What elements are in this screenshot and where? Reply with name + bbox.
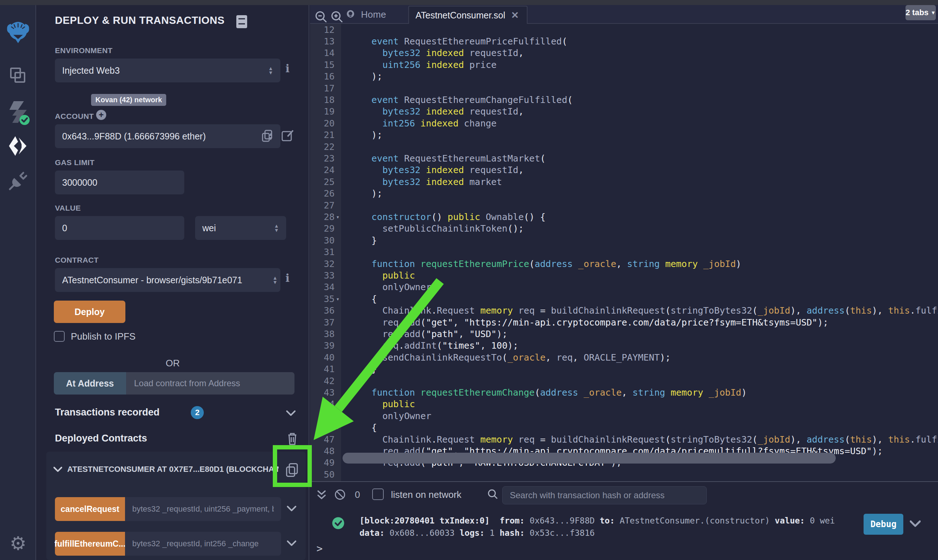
deployed-contracts-label: Deployed Contracts — [55, 433, 147, 444]
add-account-icon[interactable]: + — [96, 110, 106, 120]
tab-label: ATestnetConsumer.sol — [415, 10, 505, 21]
zoom-out-icon[interactable] — [314, 10, 328, 24]
line-number: 35 — [310, 293, 335, 305]
deployed-contract-header[interactable]: ATESTNETCONSUMER AT 0X7E7...E80D1 (BLOCK… — [67, 465, 278, 474]
line-number: 13 — [310, 35, 335, 47]
line-number: 30 — [310, 234, 335, 246]
settings-gear-icon[interactable]: ⚙ — [0, 531, 36, 556]
code-line-25: 25 bytes32 indexed market — [310, 176, 938, 188]
cancel-request-button[interactable]: cancelRequest — [55, 497, 125, 521]
gas-limit-label: GAS LIMIT — [55, 158, 95, 167]
terminal-log-line[interactable]: data: 0x608...60033 logs: 1 hash: 0x53c.… — [360, 528, 595, 538]
remix-logo-icon — [0, 16, 36, 48]
environment-info-icon[interactable]: i — [286, 62, 289, 75]
code-line-13: 13 event RequestEthereumPriceFulfilled( — [310, 35, 938, 47]
environment-select[interactable]: Injected Web3 ▲▼ — [55, 58, 280, 82]
terminal-search-input[interactable] — [502, 486, 707, 505]
account-value: 0x643...9F88D (1.666673996 ether) — [62, 131, 206, 142]
code-line-15: 15 uint256 indexed price — [310, 59, 938, 71]
tab-close-icon[interactable]: ✕ — [511, 10, 519, 21]
line-number: 40 — [310, 352, 335, 363]
code-line-46: 46▾ { — [310, 422, 938, 434]
code-viewport[interactable]: 1213 event RequestEthereumPriceFulfilled… — [310, 24, 938, 481]
copy-contract-address-icon[interactable] — [284, 461, 300, 478]
line-number: 25 — [310, 176, 335, 188]
select-spinner-icon: ▲▼ — [268, 66, 273, 75]
solidity-compiler-icon[interactable] — [0, 98, 36, 127]
listen-on-network-checkbox[interactable] — [372, 488, 384, 500]
code-line-35: 35▾ { — [310, 293, 938, 305]
fulfill-expand-chevron-icon[interactable] — [287, 540, 296, 546]
fold-marker-icon[interactable]: ▾ — [336, 293, 345, 305]
code-line-14: 14 bytes32 indexed requestId, — [310, 47, 938, 59]
contract-expand-chevron-icon[interactable] — [54, 467, 62, 472]
icon-rail: ⚙ — [0, 5, 36, 560]
debug-button[interactable]: Debug — [864, 514, 903, 535]
contract-value: ATestnetConsumer - browser/gists/9b71e07… — [62, 275, 242, 285]
code-line-29: 29 setPublicChainlinkToken(); — [310, 223, 938, 234]
clear-console-ban-icon[interactable] — [334, 488, 346, 501]
fulfill-ethereum-change-button[interactable]: fulfillEthereumC... — [55, 532, 125, 556]
code-line-22: 22 — [310, 141, 938, 153]
copy-account-icon[interactable] — [260, 129, 275, 143]
line-number: 28 — [310, 211, 335, 223]
terminal-collapse-double-chevron-icon[interactable] — [317, 490, 327, 501]
cancel-request-params-input[interactable] — [125, 497, 281, 521]
at-address-input[interactable] — [126, 372, 294, 395]
deploy-and-run-icon[interactable] — [0, 132, 36, 160]
terminal-prompt[interactable]: > — [317, 543, 323, 555]
remix-ide-window: ⚙ DEPLOY & RUN TRANSACTIONS ENVIRONMENT … — [0, 0, 938, 560]
at-address-button[interactable]: At Address — [54, 372, 126, 395]
tab-home-label: Home — [361, 9, 386, 20]
fold-marker-icon[interactable]: ▾ — [336, 211, 345, 223]
or-divider: OR — [36, 358, 309, 369]
tabs-count-label: 2 tabs — [906, 8, 929, 17]
file-explorer-icon[interactable] — [0, 63, 36, 88]
tab-home[interactable]: Home — [344, 5, 386, 24]
tabs-count-dropdown[interactable]: 2 tabs ▼ — [906, 5, 936, 20]
line-number: 31 — [310, 246, 335, 258]
editor-horizontal-scrollbar[interactable] — [343, 453, 836, 463]
terminal-search-icon — [487, 488, 499, 500]
fulfill-ethereum-change-params-input[interactable] — [125, 532, 281, 556]
window-top-strip — [0, 0, 938, 5]
contract-info-icon[interactable]: i — [286, 272, 289, 284]
edit-account-icon[interactable] — [280, 129, 295, 143]
line-number: 16 — [310, 71, 335, 82]
line-number: 39 — [310, 340, 335, 352]
plugin-manager-icon[interactable] — [0, 168, 36, 194]
line-number: 43 — [310, 386, 335, 398]
cancel-request-expand-chevron-icon[interactable] — [287, 506, 296, 512]
value-input[interactable] — [55, 216, 184, 240]
publish-ipfs-checkbox[interactable] — [54, 331, 65, 342]
panel-title: DEPLOY & RUN TRANSACTIONS — [55, 14, 225, 26]
code-line-30: 30 } — [310, 234, 938, 246]
gas-limit-input[interactable] — [55, 171, 184, 194]
log-expand-chevron-icon[interactable] — [910, 520, 921, 528]
tx-success-check-icon — [332, 517, 345, 530]
home-remix-icon — [344, 8, 357, 21]
line-number: 37 — [310, 317, 335, 328]
transactions-chevron-down-icon[interactable] — [286, 411, 295, 416]
value-unit-select[interactable]: wei ▲▼ — [195, 216, 286, 240]
line-number: 18 — [310, 94, 335, 106]
fold-marker-icon[interactable]: ▾ — [336, 422, 345, 434]
code-line-42: 42 — [310, 375, 938, 387]
code-line-17: 17 — [310, 82, 938, 94]
code-line-43: 43 function requestEthereumChange(addres… — [310, 386, 938, 398]
terminal: 0 listen on network [block:20780401 txIn… — [310, 481, 938, 560]
editor-tabbar: Home ATestnetConsumer.sol ✕ 2 tabs ▼ — [310, 5, 938, 24]
deploy-button[interactable]: Deploy — [54, 301, 125, 323]
line-number: 36 — [310, 305, 335, 317]
tab-atestnetconsumer[interactable]: ATestnetConsumer.sol ✕ — [408, 6, 527, 24]
zoom-in-icon[interactable] — [330, 10, 344, 24]
account-select[interactable]: 0x643...9F88D (1.666673996 ether) ▲▼ — [55, 124, 280, 148]
code-line-45: 45 onlyOwner — [310, 410, 938, 422]
code-line-19: 19 bytes32 indexed requestId, — [310, 106, 938, 117]
contract-select[interactable]: ATestnetConsumer - browser/gists/9b71e07… — [55, 268, 280, 292]
terminal-log-line[interactable]: [block:20780401 txIndex:0] from: 0x643..… — [360, 516, 835, 525]
clear-deployed-trash-icon[interactable] — [286, 431, 298, 446]
value-unit: wei — [202, 223, 216, 233]
line-number: 47 — [310, 434, 335, 445]
line-number: 15 — [310, 59, 335, 71]
